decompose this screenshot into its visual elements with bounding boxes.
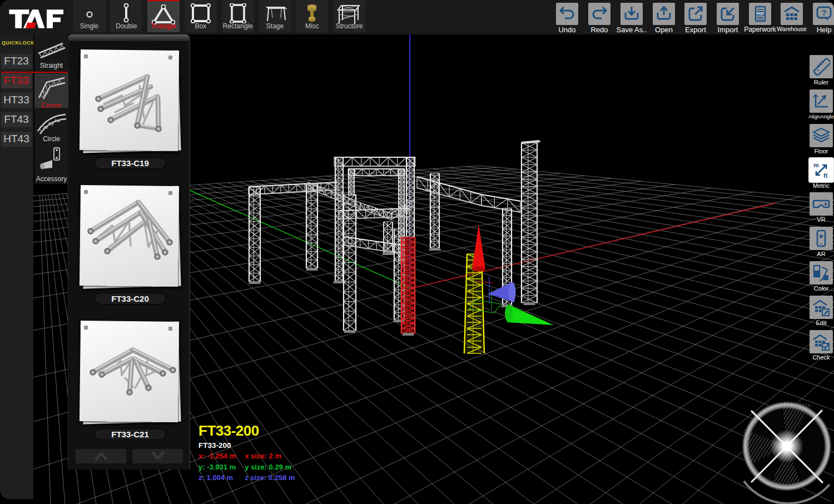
- svg-text:?: ?: [821, 8, 826, 17]
- svg-text:ft: ft: [823, 172, 828, 179]
- svg-text:PDF: PDF: [757, 12, 764, 16]
- svg-text:m: m: [813, 162, 819, 168]
